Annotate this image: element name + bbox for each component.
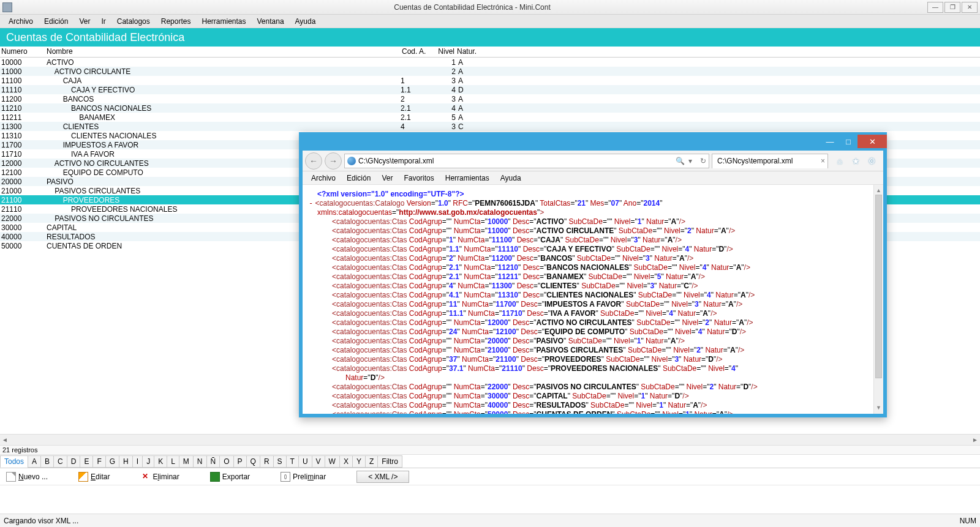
alpha-tab-Y[interactable]: Y [352,455,366,468]
table-row[interactable]: 10000ACTIVO1A [0,58,980,67]
record-count: 21 registros [0,445,980,455]
browser-tab[interactable]: C:\GNcys\temporal.xml × [712,154,828,168]
ie-close-button[interactable]: ✕ [858,135,887,148]
alpha-tab-G[interactable]: G [105,455,119,468]
edit-icon [78,472,88,482]
alpha-tab-E[interactable]: E [80,455,93,468]
menu-ir[interactable]: Ir [96,16,110,27]
alpha-tab-D[interactable]: D [67,455,81,468]
ie-menu-ayuda[interactable]: Ayuda [496,173,526,184]
ie-menu-edición[interactable]: Edición [342,173,375,184]
ie-menubar: ArchivoEdiciónVerFavoritosHerramientasAy… [303,171,883,185]
status-text: Cargando visor XML ... [4,517,78,525]
alpha-tab-N[interactable]: N [193,455,207,468]
header-coda[interactable]: Cod. A. [401,47,431,57]
table-row[interactable]: 11100 CAJA13A [0,76,980,85]
table-row[interactable]: 11300 CLIENTES43C [0,122,980,131]
alpha-tab-X[interactable]: X [339,455,353,468]
table-row[interactable]: 11110 CAJA Y EFECTIVO1.14D [0,85,980,94]
menu-ver[interactable]: Ver [74,16,95,27]
header-numero[interactable]: Numero [0,47,45,57]
ie-navbar: ← → C:\GNcys\temporal.xml 🔍 ▾ ↻ C:\GNcys… [303,151,883,171]
alpha-tab-W[interactable]: W [325,455,340,468]
search-icon[interactable]: 🔍 [676,157,685,165]
menu-herramientas[interactable]: Herramientas [197,16,251,27]
alpha-tab-C[interactable]: C [53,455,67,468]
header-nombre[interactable]: Nombre [45,47,401,57]
alpha-tab-I[interactable]: I [132,455,143,468]
exportar-button[interactable]: Exportar [210,472,250,482]
table-row[interactable]: 11000 ACTIVO CIRCULANTE2A [0,67,980,76]
table-row[interactable]: 11210 BANCOS NACIONALES2.14A [0,103,980,113]
alpha-tab-L[interactable]: L [167,455,179,468]
alpha-tab-B[interactable]: B [40,455,54,468]
minimize-button[interactable]: — [927,2,943,13]
preliminar-button[interactable]: Preliminar [281,472,326,482]
xml-viewer: <?xml version="1.0" encoding="UTF-8"?>- … [303,185,883,414]
ie-minimize-button[interactable]: — [821,135,839,148]
tab-close-icon[interactable]: × [821,157,825,165]
address-bar[interactable]: C:\GNcys\temporal.xml 🔍 ▾ ↻ [344,154,709,168]
main-titlebar: Cuentas de Contabilidad Electrónica - Mi… [0,0,980,15]
alpha-tab-S[interactable]: S [273,455,287,468]
ie-menu-herramientas[interactable]: Herramientas [440,173,494,184]
action-toolbar: Nuevo ... Editar ✕Eliminar Exportar Prel… [0,468,980,485]
horizontal-scrollbar[interactable]: ◄► [0,434,980,445]
menu-reportes[interactable]: Reportes [156,16,196,27]
nuevo-button[interactable]: Nuevo ... [6,472,48,482]
header-nivel[interactable]: Nivel [431,47,456,57]
alpha-tab-M[interactable]: M [179,455,194,468]
settings-icon[interactable]: ⚙ [866,155,877,166]
address-text: C:\GNcys\temporal.xml [358,157,434,165]
ie-titlebar: — □ ✕ [299,132,887,151]
forward-button[interactable]: → [325,152,342,170]
ie-menu-archivo[interactable]: Archivo [306,173,341,184]
table-row[interactable]: 11200 BANCOS23A [0,94,980,103]
alpha-tab-Z[interactable]: Z [365,455,378,468]
maximize-button[interactable]: ❐ [944,2,960,13]
menu-edición[interactable]: Edición [39,16,73,27]
ie-icon [347,157,356,165]
alpha-tab-P[interactable]: P [233,455,247,468]
table-headers: Numero Nombre Cod. A. Nivel Natur. [0,47,980,58]
alpha-tab-T[interactable]: T [286,455,299,468]
menu-catalogos[interactable]: Catalogos [112,16,155,27]
refresh-icon[interactable]: ↻ [700,157,706,165]
editar-button[interactable]: Editar [78,472,110,482]
favorites-icon[interactable]: ★ [850,155,861,166]
main-menubar: ArchivoEdiciónVerIrCatalogosReportesHerr… [0,15,980,28]
alpha-tab-Todos[interactable]: Todos [0,455,28,468]
eliminar-button[interactable]: ✕Eliminar [140,472,179,482]
alpha-tab-A[interactable]: A [28,455,41,468]
alpha-tab-Q[interactable]: Q [246,455,260,468]
alpha-tab-K[interactable]: K [154,455,167,468]
menu-ventana[interactable]: Ventana [252,16,289,27]
new-icon [6,472,16,482]
alpha-tab-H[interactable]: H [119,455,133,468]
home-icon[interactable]: ⌂ [834,155,845,166]
page-title-banner: Cuentas de Contabilidad Electrónica [0,28,980,47]
alpha-tab-V[interactable]: V [312,455,325,468]
header-natur[interactable]: Natur. [456,47,480,57]
xml-button[interactable]: < XML /> [356,471,409,483]
table-row[interactable]: 11211 BANAMEX2.15A [0,113,980,122]
alpha-tab-J[interactable]: J [142,455,154,468]
alpha-tab-R[interactable]: R [260,455,274,468]
ie-menu-ver[interactable]: Ver [377,173,398,184]
ie-maximize-button[interactable]: □ [839,135,858,148]
menu-archivo[interactable]: Archivo [4,16,38,27]
ie-menu-favoritos[interactable]: Favoritos [399,173,439,184]
ie-window: — □ ✕ ← → C:\GNcys\temporal.xml 🔍 ▾ ↻ C:… [299,132,887,417]
close-button[interactable]: ✕ [962,2,978,13]
alpha-tab-Filtro[interactable]: Filtro [377,455,402,468]
tab-title: C:\GNcys\temporal.xml [717,157,793,165]
alpha-tab-U[interactable]: U [298,455,312,468]
alpha-tab-Ñ[interactable]: Ñ [206,455,221,468]
alpha-filter-bar: TodosABCDEFGHIJKLMNÑOPQRSTUVWXYZFiltro [0,455,980,468]
back-button[interactable]: ← [305,152,322,170]
preview-icon [281,472,290,482]
alpha-tab-O[interactable]: O [219,455,233,468]
ie-vertical-scrollbar[interactable] [873,185,883,414]
menu-ayuda[interactable]: Ayuda [290,16,321,27]
alpha-tab-F[interactable]: F [92,455,105,468]
